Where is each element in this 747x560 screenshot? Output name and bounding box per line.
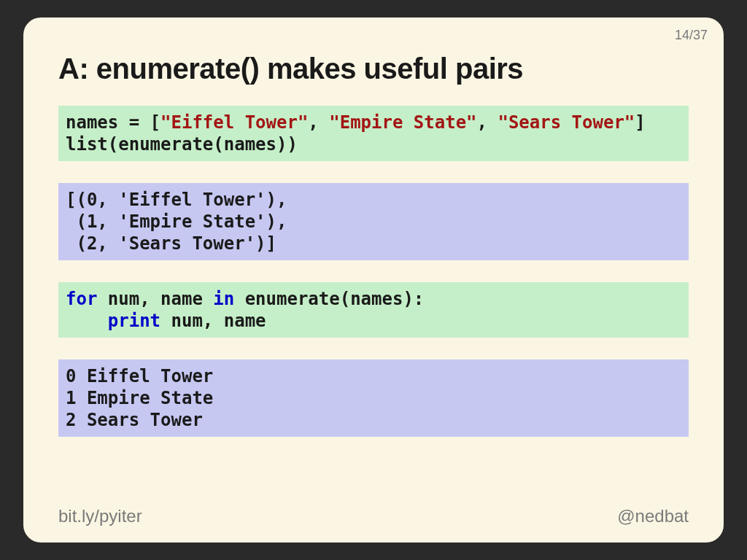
footer-link: bit.ly/pyiter: [58, 506, 142, 526]
string-literal: "Empire State": [329, 112, 476, 133]
string-literal: "Eiffel Tower": [160, 112, 308, 133]
code-block-1: names = ["Eiffel Tower", "Empire State",…: [58, 106, 689, 161]
footer-handle: @nedbat: [617, 506, 689, 526]
keyword: in: [213, 289, 234, 309]
code-text: num, name: [97, 289, 213, 309]
output-block-1: [(0, 'Eiffel Tower'), (1, 'Empire State'…: [58, 183, 689, 260]
code-text: names = [: [66, 112, 160, 133]
string-literal: "Sears Tower": [498, 112, 635, 133]
page-total: 37: [693, 28, 708, 42]
code-text: ,: [477, 112, 498, 133]
page-current: 14: [675, 28, 689, 42]
code-text: ,: [308, 112, 329, 133]
page-counter: 14/37: [675, 28, 708, 43]
code-text: num, name: [160, 311, 266, 331]
slide: 14/37 A: enumerate() makes useful pairs …: [23, 18, 724, 542]
slide-title: A: enumerate() makes useful pairs: [58, 52, 689, 85]
output-block-2: 0 Eiffel Tower 1 Empire State 2 Sears To…: [58, 359, 689, 437]
footer: bit.ly/pyiter @nedbat: [58, 506, 689, 526]
keyword: for: [66, 289, 97, 309]
code-block-2: for num, name in enumerate(names): print…: [58, 282, 689, 338]
keyword: print: [108, 311, 160, 331]
